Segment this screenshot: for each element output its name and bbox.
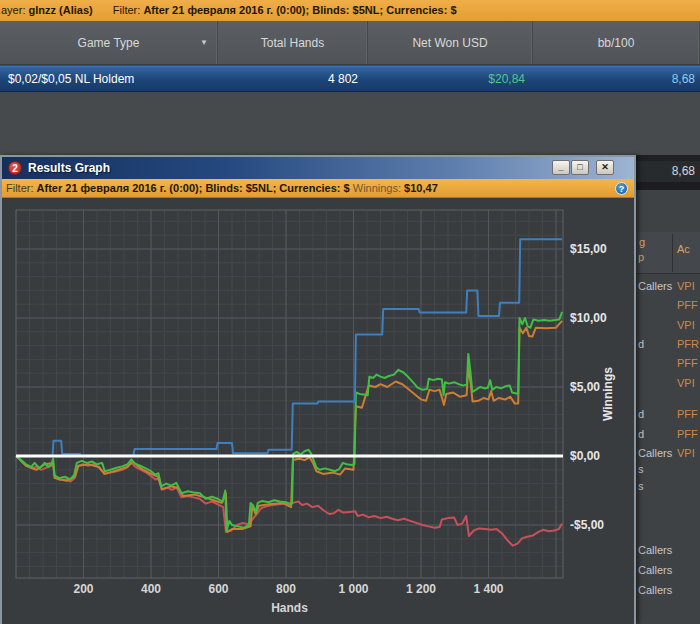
chart-label: 1 000 xyxy=(338,582,368,596)
background-panel-divider xyxy=(636,182,700,190)
background-report-panel: 8,68 g p Ac CallersVPIPFFVPIdPFRPFFVPIdP… xyxy=(636,155,700,624)
maximize-button[interactable]: □ xyxy=(571,160,589,175)
results-chart: $15,00$10,00$5,00$0,00-$5,00200400600800… xyxy=(2,198,634,624)
chart-label: 800 xyxy=(276,582,296,596)
chart-label: Winnings xyxy=(601,367,615,421)
column-header-net-won[interactable]: Net Won USD xyxy=(368,21,533,64)
background-table-row: Callers xyxy=(636,541,700,559)
background-table-row: VPI xyxy=(636,374,700,392)
app-window: ayer: glnzz (Alias) Filter: After 21 фев… xyxy=(0,0,700,624)
hm2-app-icon: 2 xyxy=(8,161,22,175)
close-button[interactable]: ✕ xyxy=(596,160,614,175)
player-value: glnzz (Alias) xyxy=(29,4,93,16)
cell-total-hands: 4 802 xyxy=(218,72,368,86)
chart-label: 1 200 xyxy=(406,582,436,596)
chart-label: $15,00 xyxy=(570,242,607,256)
background-table-row: Callers xyxy=(636,581,700,599)
background-table-row: dPFF xyxy=(636,405,700,423)
background-table-row: Callers xyxy=(636,561,700,579)
graph-filter-bar: Filter: After 21 февраля 2016 г. (0:00);… xyxy=(2,179,634,198)
cell-net-won: $20,84 xyxy=(368,72,533,86)
graph-filter-value: After 21 февраля 2016 г. (0:00); Blinds:… xyxy=(37,182,350,194)
minimize-button[interactable]: _ xyxy=(552,160,570,175)
background-table-row: s xyxy=(636,477,700,495)
window-titlebar[interactable]: 2 Results Graph _ □ ✕ xyxy=(2,157,634,179)
background-table-row: dPFR xyxy=(636,335,700,353)
chart-label: 600 xyxy=(208,582,228,596)
filter-value: After 21 февраля 2016 г. (0:00); Blinds:… xyxy=(143,4,456,16)
window-title: Results Graph xyxy=(28,161,110,175)
player-label: ayer: xyxy=(1,4,25,16)
background-table-row: CallersVPI xyxy=(636,277,700,295)
column-header-total-hands[interactable]: Total Hands xyxy=(218,21,368,64)
background-table-row: VPI xyxy=(636,316,700,334)
chart-label: 400 xyxy=(141,582,161,596)
series-all-in-ev xyxy=(16,321,562,532)
plot-border xyxy=(16,210,563,578)
table-row-selected[interactable]: $0,02/$0,05 NL Holdem 4 802 $20,84 8,68 xyxy=(0,66,700,92)
cell-bb100: 8,68 xyxy=(533,72,700,86)
chart-label: $10,00 xyxy=(570,311,607,325)
graph-filter-label: Filter: xyxy=(6,182,34,194)
background-table-row: dPFF xyxy=(636,425,700,443)
results-graph-window: 2 Results Graph _ □ ✕ Filter: After 21 ф… xyxy=(0,155,636,624)
filter-label: Filter: xyxy=(113,4,141,16)
chevron-down-icon[interactable]: ▼ xyxy=(200,38,208,47)
chart-label: Hands xyxy=(271,601,308,615)
background-table-row: PFF xyxy=(636,296,700,314)
winnings-value: $10,47 xyxy=(404,182,438,194)
chart-label: $5,00 xyxy=(570,380,600,394)
chart-label: 200 xyxy=(73,582,93,596)
info-icon[interactable]: ? xyxy=(615,182,628,195)
results-chart-container: $15,00$10,00$5,00$0,00-$5,00200400600800… xyxy=(2,198,634,624)
background-table-row: s xyxy=(636,460,700,478)
cell-game-type: $0,02/$0,05 NL Holdem xyxy=(0,72,218,86)
chart-label: -$5,00 xyxy=(570,518,604,532)
chart-label: 1 400 xyxy=(473,582,503,596)
background-bb100-value: 8,68 xyxy=(636,161,700,182)
column-header-game-type[interactable]: Game Type ▼ xyxy=(0,21,218,64)
chart-label: $0,00 xyxy=(570,449,600,463)
results-table-header: Game Type ▼ Total Hands Net Won USD bb/1… xyxy=(0,21,700,65)
background-column-headers: g p Ac xyxy=(636,232,700,274)
series-showdown-winnings xyxy=(16,239,562,456)
column-divider xyxy=(672,234,673,272)
background-table-row: PFF xyxy=(636,354,700,372)
winnings-label: Winnings: xyxy=(353,182,401,194)
app-filter-statusbar: ayer: glnzz (Alias) Filter: After 21 фев… xyxy=(0,0,700,21)
column-header-bb100[interactable]: bb/100 xyxy=(533,21,700,64)
